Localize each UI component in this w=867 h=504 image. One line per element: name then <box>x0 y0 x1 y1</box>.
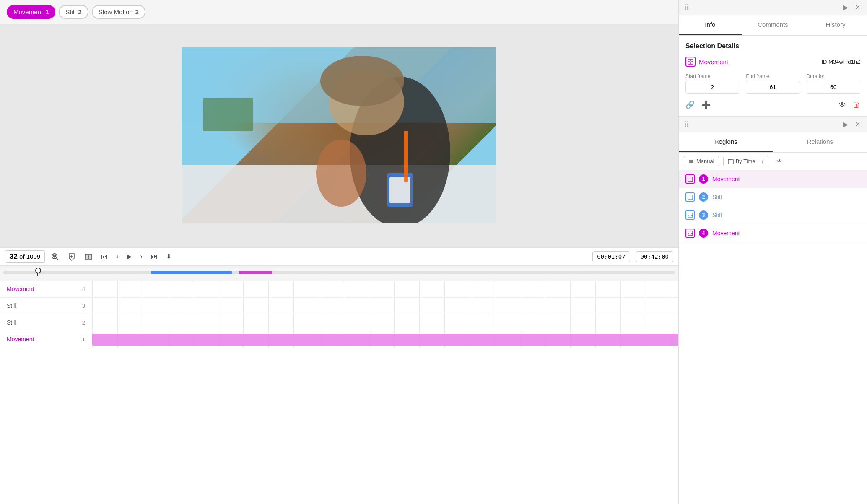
download-icon: ⬇ <box>166 252 171 260</box>
regions-toolbar: Manual By Time = ↑ 👁 <box>679 153 867 170</box>
region-type-icon <box>685 229 695 238</box>
tab-relations[interactable]: Relations <box>773 132 867 152</box>
bottom-panel-close-btn[interactable]: ✕ <box>853 120 862 129</box>
svg-point-5 <box>320 56 404 106</box>
timeline-bar[interactable] <box>0 265 678 281</box>
by-time-sort-button[interactable]: By Time = ↑ <box>723 156 768 166</box>
tag-movement[interactable]: Movement 1 <box>7 5 55 19</box>
right-bottom-section: ⠿ ▶ ✕ Regions Relations Manual <box>679 117 867 504</box>
region-number: 4 <box>699 229 708 238</box>
step-back-icon: ‹ <box>116 253 118 260</box>
forward-to-end-button[interactable]: ⏭ <box>148 251 160 262</box>
track-label-row: Still 2 <box>0 314 92 331</box>
play-button[interactable]: ▶ <box>124 251 134 262</box>
of-label: of <box>19 253 25 260</box>
top-panel-expand-btn[interactable]: ▶ <box>841 3 850 12</box>
tag-slow-motion-label: Slow Motion <box>99 8 133 16</box>
track-area: Movement 4 Still 3 Still 2 Movement 1 <box>0 281 678 504</box>
region-list-item[interactable]: 2 Still <box>679 188 867 206</box>
calendar-icon <box>728 158 734 164</box>
delete-action-icon[interactable]: 🗑 <box>853 101 860 109</box>
region-number: 2 <box>699 192 708 202</box>
step-forward-icon: › <box>140 253 142 260</box>
add-marker-button[interactable] <box>65 251 78 262</box>
region-label: Still <box>712 194 722 200</box>
forward-to-end-icon: ⏭ <box>151 253 158 260</box>
track-label-name: Movement <box>7 336 34 343</box>
tag-still-count: 2 <box>78 8 82 16</box>
top-panel-drag-handle[interactable]: ⠿ <box>684 3 689 12</box>
bottom-panel-drag-handle[interactable]: ⠿ <box>684 120 689 129</box>
tab-info[interactable]: Info <box>679 15 742 35</box>
track-labels: Movement 4 Still 3 Still 2 Movement 1 <box>0 281 92 504</box>
current-time: 00:01:07 <box>592 251 630 262</box>
track-grid-row[interactable] <box>92 331 678 348</box>
by-time-sort-label: By Time <box>736 158 755 164</box>
timeline-track[interactable] <box>3 271 675 274</box>
right-panel: ⠿ ▶ ✕ Info Comments History Selection De… <box>678 0 867 504</box>
tag-still-label: Still <box>65 8 75 16</box>
bottom-panel-expand-btn[interactable]: ▶ <box>841 120 850 129</box>
back-to-start-icon: ⏮ <box>101 253 108 260</box>
eye-icon: 👁 <box>777 158 782 164</box>
movement-type-icon <box>685 57 696 67</box>
region-number: 1 <box>699 174 708 184</box>
svg-rect-29 <box>728 159 733 164</box>
track-grid-row[interactable] <box>92 314 678 331</box>
top-panel-close-btn[interactable]: ✕ <box>853 3 862 12</box>
id-value: M34wFfd1hZ <box>828 59 860 65</box>
tag-still[interactable]: Still 2 <box>59 5 88 19</box>
tag-slow-motion[interactable]: Slow Motion 3 <box>92 5 145 19</box>
region-label: Still <box>712 212 722 218</box>
controls-bar: 32 of 1009 <box>0 247 678 265</box>
crosshair-icon <box>688 59 693 65</box>
duration-label: Duration <box>807 73 860 79</box>
zoom-button[interactable] <box>48 251 62 262</box>
tag-slow-motion-count: 3 <box>135 8 139 16</box>
end-frame-label: End frame <box>746 73 800 79</box>
track-label-name: Still <box>7 302 16 309</box>
add-action-icon[interactable]: ➕ <box>701 100 711 109</box>
manual-sort-button[interactable]: Manual <box>684 156 719 166</box>
back-to-start-button[interactable]: ⏮ <box>99 251 110 262</box>
start-frame-label: Start frame <box>685 73 739 79</box>
download-button[interactable]: ⬇ <box>164 251 174 262</box>
split-icon <box>84 252 93 261</box>
region-type-icon <box>685 192 695 202</box>
step-forward-button[interactable]: › <box>138 251 145 262</box>
zoom-icon <box>51 252 59 261</box>
track-grid-row[interactable] <box>92 281 678 298</box>
tab-regions[interactable]: Regions <box>679 132 773 152</box>
tag-movement-label: Movement <box>13 8 43 16</box>
region-number: 3 <box>699 210 708 220</box>
timeline-blue-segment <box>151 271 231 274</box>
link-action-icon[interactable]: 🔗 <box>685 100 695 109</box>
track-grid-row[interactable] <box>92 298 678 314</box>
track-grid <box>92 281 678 504</box>
region-list-item[interactable]: 1 Movement <box>679 170 867 188</box>
start-frame-input[interactable] <box>685 81 739 94</box>
details-type-row: Movement ID M34wFfd1hZ <box>685 57 860 67</box>
add-marker-icon <box>67 252 76 261</box>
region-label: Movement <box>712 230 740 236</box>
visibility-toggle-button[interactable]: 👁 <box>773 156 787 166</box>
split-button[interactable] <box>82 251 95 262</box>
track-label-name: Movement <box>7 286 34 292</box>
region-list-item[interactable]: 3 Still <box>679 206 867 224</box>
tags-row: Movement 1 Still 2 Slow Motion 3 <box>0 0 678 24</box>
left-panel: Movement 1 Still 2 Slow Motion 3 <box>0 0 678 504</box>
tab-comments[interactable]: Comments <box>742 15 805 35</box>
tab-history[interactable]: History <box>804 15 867 35</box>
details-actions: 🔗 ➕ 👁 🗑 <box>685 100 860 109</box>
duration-input[interactable] <box>807 81 860 94</box>
visibility-action-icon[interactable]: 👁 <box>838 101 846 109</box>
play-icon: ▶ <box>127 252 132 260</box>
region-label: Movement <box>712 176 740 182</box>
svg-line-11 <box>57 258 58 260</box>
track-label-row: Movement 4 <box>0 281 92 298</box>
end-frame-input[interactable] <box>746 81 800 94</box>
regions-tabs-row: Regions Relations <box>679 132 867 153</box>
start-frame-field: Start frame <box>685 73 739 94</box>
region-list-item[interactable]: 4 Movement <box>679 224 867 242</box>
step-back-button[interactable]: ‹ <box>114 251 121 262</box>
